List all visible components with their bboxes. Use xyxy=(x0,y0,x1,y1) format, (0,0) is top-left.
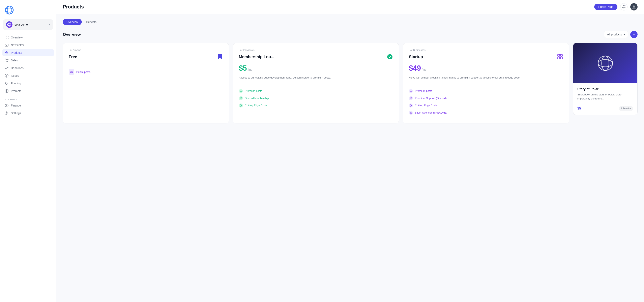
svg-rect-10 xyxy=(5,44,8,46)
account-nav: Finance Settings xyxy=(0,102,56,117)
benefit-label-premium-posts: Premium posts xyxy=(245,90,262,92)
sidebar-item-newsletter[interactable]: Newsletter xyxy=(2,42,54,49)
svg-rect-7 xyxy=(7,36,8,37)
sidebar: polardemo ▾ Overview Newsletter xyxy=(0,0,56,302)
filter-actions: All products ▾ + xyxy=(604,31,638,38)
svg-point-12 xyxy=(8,62,8,62)
svg-point-35 xyxy=(598,56,612,70)
settings-icon xyxy=(5,111,8,115)
svg-point-3 xyxy=(8,23,11,26)
sidebar-item-finance[interactable]: Finance xyxy=(2,102,54,109)
page-content: Overview Benefits Overview All products … xyxy=(56,14,644,302)
section-header: Overview All products ▾ + xyxy=(63,31,638,38)
sidebar-label-sales: Sales xyxy=(11,59,18,62)
heart-icon xyxy=(5,82,8,85)
svg-rect-6 xyxy=(5,36,6,37)
benefit-cutting-edge-membership: Cutting Edge Code xyxy=(239,102,393,109)
tabs-bar: Overview Benefits xyxy=(63,19,638,25)
price-amount-membership: $5 xyxy=(239,64,247,72)
benefit-label-discord: Discord Membership xyxy=(245,97,269,100)
price-amount-startup: $49 xyxy=(409,64,421,72)
featured-footer: $5 2 Benefits xyxy=(577,104,633,111)
public-page-button[interactable]: Public Page xyxy=(594,4,618,10)
svg-rect-26 xyxy=(558,54,560,56)
check-circle-icon xyxy=(387,54,393,60)
svg-point-1 xyxy=(7,6,11,14)
svg-point-11 xyxy=(6,62,7,62)
page-header: Products Public Page xyxy=(56,0,644,14)
svg-point-24 xyxy=(241,98,241,98)
product-filter-dropdown[interactable]: All products ▾ xyxy=(604,31,628,38)
readme-icon xyxy=(409,111,413,115)
org-selector[interactable]: polardemo ▾ xyxy=(3,19,53,30)
svg-point-18 xyxy=(6,112,7,114)
svg-point-21 xyxy=(387,54,392,60)
card-header-membership: Membership Lou... xyxy=(239,54,393,60)
card-desc-membership: Access to our cutting edge development r… xyxy=(239,76,393,80)
sidebar-label-promote: Promote xyxy=(11,90,22,92)
account-section-label: ACCOUNT xyxy=(0,95,56,102)
bookmark-icon xyxy=(217,54,223,60)
benefit-premium-posts-startup: Premium posts xyxy=(409,88,563,95)
sidebar-item-donations[interactable]: Donations xyxy=(2,64,54,72)
public-posts-label: Public posts xyxy=(76,70,90,74)
featured-content: Story of Polar Short book on the story o… xyxy=(573,83,637,115)
sidebar-label-settings: Settings xyxy=(11,112,21,115)
svg-point-37 xyxy=(598,60,612,67)
benefit-label-cutting-edge-startup: Cutting Edge Code xyxy=(415,104,437,107)
benefit-silver-sponsor-startup: Silver Sponsor in README xyxy=(409,109,563,116)
dropdown-chevron-icon: ▾ xyxy=(624,33,625,36)
sidebar-item-promote[interactable]: Promote xyxy=(2,88,54,95)
code-icon-membership xyxy=(239,104,243,108)
featured-logo-icon xyxy=(597,55,614,71)
benefit-premium-support-startup: Premium Support (Discord) xyxy=(409,95,563,102)
benefit-label-premium-posts-startup: Premium posts xyxy=(415,90,432,92)
svg-point-0 xyxy=(5,6,13,14)
sidebar-label-products: Products xyxy=(11,51,22,54)
notifications-button[interactable] xyxy=(620,3,628,10)
public-posts-icon xyxy=(69,69,74,75)
featured-description: Short book on the story of Polar. More i… xyxy=(577,92,633,100)
diamond-icon xyxy=(5,51,8,54)
user-avatar-icon xyxy=(632,5,636,9)
mail-icon xyxy=(5,43,8,47)
card-for-membership: For Individuals xyxy=(239,49,393,52)
notification-dot xyxy=(625,4,626,6)
org-avatar xyxy=(6,21,12,28)
trending-icon xyxy=(5,66,8,70)
card-header-free: Free xyxy=(69,54,223,60)
sidebar-item-settings[interactable]: Settings xyxy=(2,110,54,117)
product-card-free: For Anyone Free xyxy=(63,43,229,124)
sidebar-item-sales[interactable]: Sales xyxy=(2,57,54,64)
benefit-label-silver-sponsor: Silver Sponsor in README xyxy=(415,111,447,114)
filter-label: All products xyxy=(607,33,622,36)
tab-benefits[interactable]: Benefits xyxy=(82,19,100,25)
sidebar-item-funding[interactable]: Funding xyxy=(2,80,54,87)
sidebar-label-newsletter: Newsletter xyxy=(11,44,24,47)
section-title: Overview xyxy=(63,32,81,37)
sidebar-item-products[interactable]: Products xyxy=(2,49,54,56)
add-product-button[interactable]: + xyxy=(630,31,638,38)
cart-icon xyxy=(5,58,8,62)
benefit-cutting-edge-startup: Cutting Edge Code xyxy=(409,102,563,109)
tab-overview[interactable]: Overview xyxy=(63,19,82,25)
card-name-membership: Membership Lou... xyxy=(239,54,274,59)
svg-point-4 xyxy=(8,23,10,26)
product-card-membership: For Individuals Membership Lou... $5 /mo… xyxy=(233,43,399,124)
sidebar-item-overview[interactable]: Overview xyxy=(2,34,54,41)
dollar-icon xyxy=(5,104,8,107)
price-row-membership: $5 /mo xyxy=(239,64,393,72)
sidebar-label-donations: Donations xyxy=(11,66,24,70)
user-avatar[interactable] xyxy=(630,3,638,10)
svg-rect-28 xyxy=(558,57,560,59)
sidebar-label-issues: Issues xyxy=(11,74,19,77)
card-header-startup: Startup xyxy=(409,54,563,60)
svg-point-19 xyxy=(633,6,635,7)
products-grid: For Anyone Free xyxy=(63,43,638,124)
benefit-discord-membership: Discord Membership xyxy=(239,95,393,102)
card-name-free: Free xyxy=(69,54,77,59)
sidebar-label-overview: Overview xyxy=(11,36,22,39)
featured-product-card: Story of Polar Short book on the story o… xyxy=(573,43,638,115)
sidebar-item-issues[interactable]: Issues xyxy=(2,72,54,79)
app-logo xyxy=(0,4,56,19)
